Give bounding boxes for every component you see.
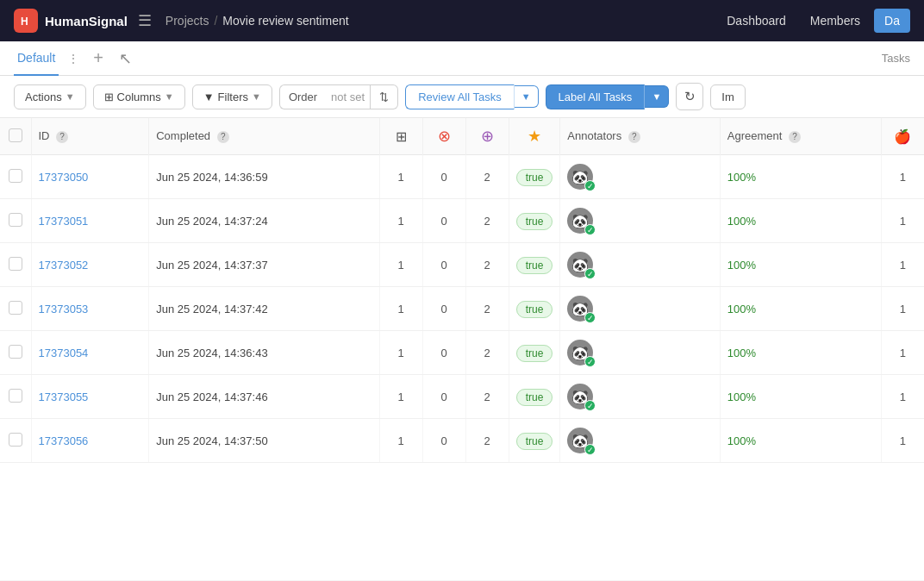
tab-dots[interactable]: ⋮	[62, 48, 84, 69]
refresh-button[interactable]: ↻	[676, 83, 703, 110]
row-cancel-value: 0	[441, 303, 447, 315]
row-id[interactable]: 17373052	[39, 259, 89, 272]
row-id[interactable]: 17373053	[39, 303, 89, 315]
row-last-cell: 1	[881, 331, 924, 375]
row-completed: Jun 25 2024, 14:37:42	[156, 303, 267, 315]
label-all-dropdown-button[interactable]: ▼	[645, 85, 669, 108]
row-annotators-cell: 🐼 ✓	[560, 199, 720, 243]
filters-arrow-icon: ▼	[252, 91, 261, 102]
row-star-cell: true	[509, 155, 560, 199]
avatar-check-icon: ✓	[584, 268, 596, 279]
import-button[interactable]: Im	[710, 84, 745, 109]
row-checkbox[interactable]	[9, 389, 22, 403]
dashboard-button[interactable]: Dashboard	[716, 9, 796, 33]
row-star-cell: true	[509, 419, 560, 463]
row-star-cell: true	[509, 287, 560, 331]
col-agreement-help-icon[interactable]: ?	[789, 131, 801, 143]
avatar-check-icon: ✓	[584, 400, 596, 411]
row-agreement-value: 100%	[727, 390, 756, 403]
row-cancel-cell: 0	[422, 199, 465, 243]
col-header-expand: ⊞	[379, 118, 422, 155]
row-agreement-cell: 100%	[720, 287, 881, 331]
row-expand-cell: 1	[379, 375, 422, 419]
row-cancel-cell: 0	[422, 155, 465, 199]
select-all-checkbox[interactable]	[9, 128, 22, 142]
table-row: 17373051 Jun 25 2024, 14:37:24 1 0 2 tru…	[0, 199, 924, 243]
da-button[interactable]: Da	[874, 9, 910, 33]
row-expand-value: 1	[398, 215, 404, 228]
table-row: 17373054 Jun 25 2024, 14:36:43 1 0 2 tru…	[0, 331, 924, 375]
order-sort-button[interactable]: ⇅	[371, 84, 398, 109]
columns-icon: ⊞	[104, 91, 114, 103]
col-header-annotators: Annotators ?	[560, 118, 720, 155]
row-link-cell: 2	[465, 243, 509, 287]
table-row: 17373053 Jun 25 2024, 14:37:42 1 0 2 tru…	[0, 287, 924, 331]
row-link-value: 2	[484, 434, 490, 447]
col-header-star: ★	[509, 118, 560, 155]
row-link-cell: 2	[465, 155, 509, 199]
review-all-button[interactable]: Review All Tasks	[405, 84, 515, 109]
columns-button[interactable]: ⊞ Columns ▼	[93, 84, 185, 109]
col-id-help-icon[interactable]: ?	[56, 131, 68, 143]
row-last-value: 1	[900, 303, 906, 315]
row-id[interactable]: 17373055	[39, 390, 89, 403]
row-last-value: 1	[900, 171, 906, 184]
col-header-agreement: Agreement ?	[720, 118, 881, 155]
row-expand-cell: 1	[379, 243, 422, 287]
row-id[interactable]: 17373056	[39, 434, 89, 447]
row-id[interactable]: 17373050	[39, 171, 89, 184]
members-button[interactable]: Members	[800, 9, 871, 33]
row-completed: Jun 25 2024, 14:36:43	[156, 347, 267, 359]
row-annotator-avatar: 🐼 ✓	[567, 296, 593, 322]
tab-default[interactable]: Default	[14, 41, 59, 76]
columns-label: Columns	[117, 91, 161, 103]
table-container: ID ? Completed ? ⊞ ⊗ ⊕ ★	[0, 118, 924, 580]
row-expand-value: 1	[398, 434, 404, 447]
review-all-dropdown-button[interactable]: ▼	[515, 85, 539, 108]
col-annotators-help-icon[interactable]: ?	[628, 131, 640, 143]
row-checkbox[interactable]	[9, 433, 22, 447]
row-checkbox[interactable]	[9, 213, 22, 227]
row-id[interactable]: 17373051	[39, 215, 89, 228]
breadcrumb-current: Movie review sentiment	[222, 14, 348, 28]
row-agreement-value: 100%	[727, 215, 756, 228]
hamburger-icon[interactable]: ☰	[138, 11, 152, 30]
table-row: 17373056 Jun 25 2024, 14:37:50 1 0 2 tru…	[0, 419, 924, 463]
expand-col-icon: ⊞	[396, 129, 407, 144]
table-row: 17373050 Jun 25 2024, 14:36:59 1 0 2 tru…	[0, 155, 924, 199]
col-completed-label: Completed	[156, 129, 210, 142]
not-set-value: not set	[326, 84, 371, 109]
row-checkbox[interactable]	[9, 301, 22, 315]
row-checkbox[interactable]	[9, 257, 22, 271]
row-id-cell: 17373052	[31, 243, 149, 287]
row-checkbox[interactable]	[9, 169, 22, 183]
row-checkbox[interactable]	[9, 345, 22, 359]
nav-right: Dashboard Members Da	[716, 9, 910, 33]
row-expand-value: 1	[398, 303, 404, 315]
label-all-button[interactable]: Label All Tasks	[546, 84, 646, 109]
row-completed-cell: Jun 25 2024, 14:36:43	[149, 331, 379, 375]
breadcrumb-projects[interactable]: Projects	[165, 14, 209, 28]
row-last-cell: 1	[881, 375, 924, 419]
row-link-cell: 2	[465, 199, 509, 243]
row-flag-badge: true	[516, 389, 553, 406]
row-completed: Jun 25 2024, 14:37:24	[156, 215, 267, 228]
row-id[interactable]: 17373054	[39, 347, 89, 359]
actions-button[interactable]: Actions ▼	[14, 84, 86, 109]
row-agreement-value: 100%	[727, 303, 756, 315]
row-star-cell: true	[509, 199, 560, 243]
row-annotator-avatar: 🐼 ✓	[567, 252, 593, 278]
row-completed: Jun 25 2024, 14:37:46	[156, 390, 267, 403]
row-id-cell: 17373055	[31, 375, 149, 419]
row-annotator-avatar: 🐼 ✓	[567, 340, 593, 365]
top-nav: H HumanSignal ☰ Projects / Movie review …	[0, 0, 924, 41]
col-agreement-label: Agreement	[727, 129, 783, 142]
row-checkbox-cell	[0, 287, 31, 331]
filters-button[interactable]: ▼ Filters ▼	[192, 84, 272, 109]
row-checkbox-cell	[0, 155, 31, 199]
col-completed-help-icon[interactable]: ?	[217, 131, 229, 143]
toolbar: Actions ▼ ⊞ Columns ▼ ▼ Filters ▼ Order …	[0, 76, 924, 118]
row-cancel-value: 0	[441, 259, 447, 272]
tab-add-button[interactable]: +	[84, 45, 112, 72]
link-col-icon: ⊕	[481, 128, 494, 145]
